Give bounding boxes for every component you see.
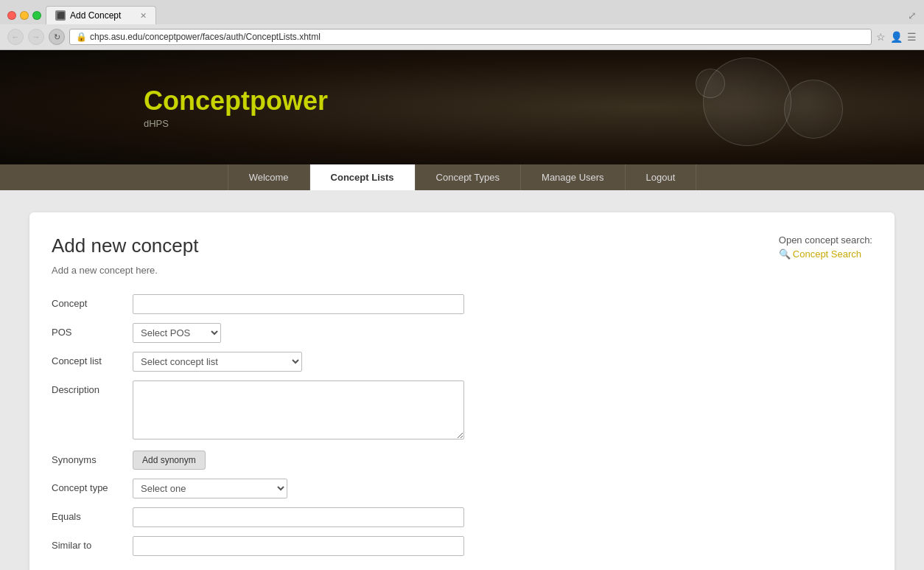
maximize-dot[interactable]: [32, 11, 41, 20]
tab-title: Add Concept: [70, 10, 121, 21]
add-concept-form: Concept POS Select POS Concept list: [52, 294, 464, 570]
description-field-container: [133, 380, 464, 442]
tab-close-button[interactable]: ✕: [140, 11, 147, 21]
minimize-dot[interactable]: [20, 11, 29, 20]
page-subtitle: Add a new concept here.: [52, 265, 872, 276]
logo-accent: power: [250, 86, 328, 116]
concept-row: Concept: [52, 294, 464, 314]
synonyms-label: Synonyms: [52, 451, 133, 465]
concept-type-select[interactable]: Select one: [133, 479, 287, 498]
nav-concept-lists[interactable]: Concept Lists: [310, 164, 416, 190]
nav-welcome[interactable]: Welcome: [228, 164, 310, 190]
pos-select[interactable]: Select POS: [133, 323, 221, 343]
back-button[interactable]: ←: [7, 29, 24, 45]
pos-field-container: Select POS: [133, 323, 464, 343]
equals-label: Equals: [52, 507, 133, 522]
site-header: Conceptpower dHPS: [0, 50, 924, 164]
nav-logout[interactable]: Logout: [626, 164, 697, 190]
concept-search-link[interactable]: 🔍 Concept Search: [779, 248, 872, 260]
lock-icon: 🔒: [76, 32, 87, 42]
content-card: Open concept search: 🔍 Concept Search Ad…: [29, 212, 895, 570]
synonyms-field-container: Add synonym: [133, 451, 464, 470]
concept-input[interactable]: [133, 294, 464, 314]
tab-icon: ⬛: [55, 10, 66, 21]
browser-tab[interactable]: ⬛ Add Concept ✕: [46, 6, 156, 24]
menu-icon[interactable]: ☰: [907, 31, 917, 43]
concept-search-link-text: Concept Search: [793, 248, 861, 260]
pos-label: POS: [52, 323, 133, 338]
page-title: Add new concept: [52, 234, 872, 257]
concept-search-panel: Open concept search: 🔍 Concept Search: [779, 234, 872, 260]
bookmark-icon[interactable]: ☆: [876, 31, 886, 43]
nav-manage-users[interactable]: Manage Users: [521, 164, 626, 190]
description-textarea[interactable]: [133, 380, 464, 439]
site-logo: Conceptpower: [144, 86, 328, 117]
main-content: Open concept search: 🔍 Concept Search Ad…: [0, 190, 924, 570]
browser-dots: [7, 11, 41, 20]
similar-to-label: Similar to: [52, 536, 133, 551]
similar-to-row: Similar to: [52, 536, 464, 556]
close-dot[interactable]: [7, 11, 16, 20]
concept-list-label: Concept list: [52, 352, 133, 366]
search-label: Open concept search:: [779, 234, 872, 246]
nav-icons: ☆ 👤 ☰: [876, 31, 917, 43]
synonyms-row: Synonyms Add synonym: [52, 451, 464, 470]
browser-chrome: ⬛ Add Concept ✕ ⤢ ← → ↻ 🔒 chps.asu.edu/c…: [0, 0, 924, 50]
bubble-medium: [784, 80, 843, 139]
bubble-small: [696, 69, 725, 98]
browser-nav: ← → ↻ 🔒 chps.asu.edu/conceptpower/faces/…: [0, 24, 924, 50]
nav-concept-types[interactable]: Concept Types: [416, 164, 521, 190]
submit-container: Add concept: [133, 565, 464, 570]
header-content: Conceptpower dHPS: [0, 86, 328, 129]
submit-row: Add concept: [52, 565, 464, 570]
window-resize-icon[interactable]: ⤢: [908, 10, 917, 21]
refresh-button[interactable]: ↻: [49, 29, 65, 45]
concept-label: Concept: [52, 294, 133, 309]
browser-titlebar: ⬛ Add Concept ✕ ⤢: [0, 0, 924, 24]
similar-to-input[interactable]: [133, 536, 464, 556]
address-bar[interactable]: 🔒 chps.asu.edu/conceptpower/faces/auth/C…: [69, 29, 872, 45]
url-text: chps.asu.edu/conceptpower/faces/auth/Con…: [90, 32, 865, 42]
concept-type-label: Concept type: [52, 479, 133, 493]
equals-field-container: [133, 507, 464, 527]
logo-subtitle: dHPS: [144, 118, 328, 129]
concept-list-field-container: Select concept list: [133, 352, 464, 372]
search-icon: 🔍: [779, 248, 791, 260]
concept-list-row: Concept list Select concept list: [52, 352, 464, 372]
main-navigation: Welcome Concept Lists Concept Types Mana…: [0, 164, 924, 190]
equals-input[interactable]: [133, 507, 464, 527]
concept-field-container: [133, 294, 464, 314]
similar-to-field-container: [133, 536, 464, 556]
pos-row: POS Select POS: [52, 323, 464, 343]
concept-list-select[interactable]: Select concept list: [133, 352, 302, 372]
user-icon[interactable]: 👤: [890, 31, 903, 43]
submit-label-spacer: [52, 565, 133, 569]
logo-plain: Concept: [144, 86, 250, 116]
description-label: Description: [52, 380, 133, 395]
description-row: Description: [52, 380, 464, 442]
add-synonym-button[interactable]: Add synonym: [133, 451, 206, 470]
concept-type-field-container: Select one: [133, 479, 464, 498]
concept-type-row: Concept type Select one: [52, 479, 464, 498]
equals-row: Equals: [52, 507, 464, 527]
forward-button[interactable]: →: [28, 29, 44, 45]
